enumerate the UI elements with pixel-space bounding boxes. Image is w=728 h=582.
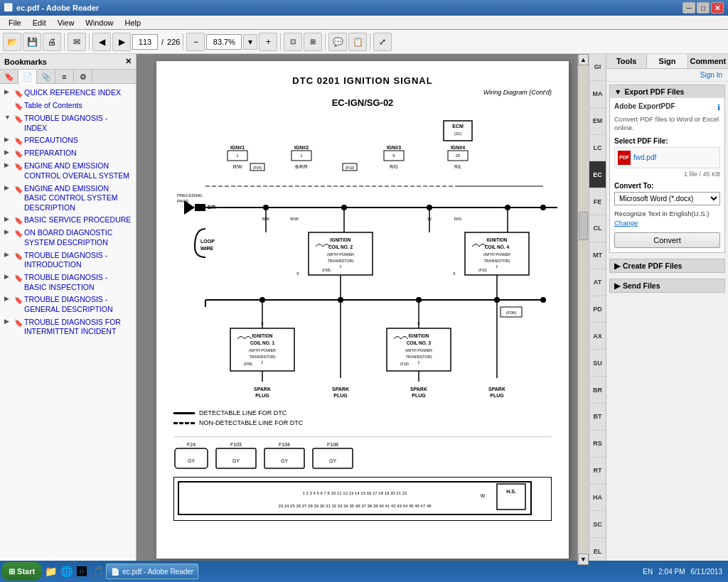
expand-icon[interactable]: ▶ — [4, 295, 14, 303]
expand-icon[interactable]: ▶ — [4, 251, 14, 259]
convert-select[interactable]: Microsoft Word (*.docx) Microsoft Excel … — [614, 192, 720, 205]
sidebar-close-icon[interactable]: ✕ — [125, 57, 132, 66]
change-link[interactable]: Change — [614, 219, 720, 227]
svg-text:23 24 25 26 27 28 29 30 31 32 : 23 24 25 26 27 28 29 30 31 32 33 34 35 3… — [278, 504, 432, 508]
sidebar-item-trouble-intermittent[interactable]: ▶ 🔖 TROUBLE DIAGNOSIS FOR INTERMITTENT I… — [1, 316, 134, 338]
expand-icon[interactable]: ▶ — [4, 136, 14, 144]
prev-page-button[interactable]: ◀ — [92, 33, 111, 51]
expand-icon[interactable]: ▶ — [4, 149, 14, 157]
sign-in-link[interactable]: Sign In — [606, 69, 728, 82]
side-label-bt[interactable]: BT — [589, 404, 606, 431]
print-button[interactable]: 🖨 — [43, 33, 61, 51]
sidebar-item-trouble-intro[interactable]: ▶ 🔖 TROUBLE DIAGNOSIS - INTRODUCTION — [1, 249, 134, 271]
svg-text:ECM: ECM — [452, 124, 464, 129]
side-label-su[interactable]: SU — [589, 350, 606, 377]
next-page-button[interactable]: ▶ — [112, 33, 131, 51]
expand-icon[interactable]: ▶ — [4, 88, 14, 97]
sidebar-item-onboard[interactable]: ▶ 🔖 ON BOARD DIAGNOSTIC SYSTEM DESCRIPTI… — [1, 227, 134, 249]
send-section-header[interactable]: ▶ Send Files — [610, 279, 724, 292]
sidebar-item-preparation[interactable]: ▶ 🔖 PREPARATION — [1, 147, 134, 160]
side-label-ha[interactable]: HA — [589, 485, 606, 512]
bookmark-label: PRECAUTIONS — [24, 136, 78, 146]
export-section-header[interactable]: ▼ Export PDF Files — [610, 85, 724, 98]
expand-icon[interactable]: ▶ — [4, 318, 14, 326]
side-label-mt[interactable]: MT — [589, 242, 606, 269]
side-label-pd[interactable]: PD — [589, 296, 606, 323]
page-number-input[interactable]: 113 — [132, 34, 158, 50]
side-label-ma[interactable]: MA — [589, 81, 606, 108]
minimize-button[interactable]: ─ — [682, 2, 695, 14]
bookmark-tab[interactable]: 🔖 — [0, 70, 18, 84]
expand-icon[interactable]: ▶ — [4, 184, 14, 193]
svg-text:2: 2 — [262, 360, 264, 365]
expand-icon[interactable]: ▼ — [4, 114, 14, 122]
side-label-ec[interactable]: EC — [589, 161, 606, 188]
sidebar-item-basic-service[interactable]: ▶ 🔖 BASIC SERVICE PROCEDURE — [1, 214, 134, 227]
zoom-in-button[interactable]: + — [259, 33, 277, 51]
layers-tab[interactable]: ≡ — [55, 70, 74, 84]
sidebar-item-quick-ref[interactable]: ▶ 🔖 QUICK REFERENCE INDEX — [1, 87, 134, 99]
convert-button[interactable]: Convert — [614, 232, 720, 248]
menu-file[interactable]: File — [3, 17, 27, 28]
expand-icon[interactable]: ▶ — [4, 161, 14, 170]
fit-page-button[interactable]: ⊡ — [284, 33, 302, 51]
taskbar-icon-chrome[interactable]: 🌐 — [59, 564, 73, 578]
side-label-fe[interactable]: FE — [589, 188, 606, 215]
taskbar-app-pdf[interactable]: 📄 ec.pdf - Adobe Reader — [106, 564, 198, 579]
attach-tab[interactable]: 📎 — [37, 70, 55, 84]
zoom-out-button[interactable]: − — [186, 33, 205, 51]
save-button[interactable]: 💾 — [23, 33, 41, 51]
fit-width-button[interactable]: ⊞ — [304, 33, 322, 51]
taskbar-icon-media[interactable]: 🎵 — [90, 564, 105, 578]
zoom-input[interactable]: 83.7% — [206, 34, 242, 50]
start-button[interactable]: ⊞ Start — [1, 562, 42, 581]
info-icon[interactable]: ℹ — [717, 103, 720, 112]
zoom-dropdown-button[interactable]: ▾ — [243, 34, 257, 50]
pdf-scrollbar[interactable]: ▲ ▼ — [577, 54, 589, 565]
tab-tools[interactable]: Tools — [606, 54, 647, 68]
close-button[interactable]: ✕ — [711, 2, 724, 14]
expand-icon[interactable]: ▶ — [4, 215, 14, 224]
sidebar-item-toc[interactable]: ▶ 🔖 Table of Contents — [1, 99, 134, 112]
sidebar-item-precautions[interactable]: ▶ 🔖 PRECAUTIONS — [1, 134, 134, 147]
open-button[interactable]: 📂 — [3, 33, 21, 51]
expand-icon[interactable]: ▶ — [4, 273, 14, 281]
pages-tab[interactable]: 📄 — [18, 70, 37, 84]
side-label-rt[interactable]: RT — [589, 458, 606, 485]
maximize-button[interactable]: □ — [697, 2, 710, 14]
taskbar-icon-acrobat[interactable]: 🅰 — [75, 564, 89, 578]
sidebar-item-trouble-general[interactable]: ▶ 🔖 TROUBLE DIAGNOSIS - GENERAL DESCRIPT… — [1, 293, 134, 316]
tab-comment[interactable]: Comment — [688, 54, 728, 68]
expand-icon[interactable]: ▶ — [4, 228, 14, 237]
side-label-at[interactable]: AT — [589, 269, 606, 296]
side-label-gi[interactable]: GI — [589, 54, 606, 81]
side-label-ax[interactable]: AX — [589, 323, 606, 350]
expand-icon[interactable]: ▶ — [4, 101, 14, 109]
title-bar: 🅰 ec.pdf - Adobe Reader ─ □ ✕ — [0, 0, 728, 16]
menu-window[interactable]: Window — [80, 17, 119, 28]
sidebar-item-trouble-index[interactable]: ▼ 🔖 TROUBLE DIAGNOSIS - INDEX — [1, 112, 134, 134]
export-description: Convert PDF files to Word or Excel onlin… — [614, 115, 720, 133]
menu-help[interactable]: Help — [119, 17, 146, 28]
fullscreen-button[interactable]: ⤢ — [373, 33, 392, 51]
sidebar-item-trouble-basic[interactable]: ▶ 🔖 TROUBLE DIAGNOSIS - BASIC INSPECTION — [1, 271, 134, 293]
options-tab[interactable]: ⚙ — [74, 70, 92, 84]
svg-point-36 — [263, 205, 269, 210]
taskbar-icon-explorer[interactable]: 📁 — [43, 564, 58, 578]
menu-view[interactable]: View — [52, 17, 80, 28]
sidebar-item-engine-basic[interactable]: ▶ 🔖 ENGINE AND EMISSION BASIC CONTROL SY… — [1, 183, 134, 215]
create-section-header[interactable]: ▶ Create PDF Files — [610, 259, 724, 272]
stamp-button[interactable]: 📋 — [348, 33, 367, 51]
sidebar-item-engine-overall[interactable]: ▶ 🔖 ENGINE AND EMISSION CONTROL OVERALL … — [1, 160, 134, 182]
side-label-lc[interactable]: LC — [589, 135, 606, 162]
side-label-rs[interactable]: RS — [589, 431, 606, 458]
side-label-sc[interactable]: SC — [589, 511, 606, 538]
menu-edit[interactable]: Edit — [27, 17, 52, 28]
email-button[interactable]: ✉ — [68, 33, 86, 51]
side-label-br[interactable]: BR — [589, 377, 606, 404]
expand-icon: ▶ — [614, 281, 620, 290]
side-label-em[interactable]: EM — [589, 108, 606, 135]
side-label-cl[interactable]: CL — [589, 215, 606, 242]
tab-sign[interactable]: Sign — [647, 54, 687, 68]
comment-button[interactable]: 💬 — [328, 33, 347, 51]
